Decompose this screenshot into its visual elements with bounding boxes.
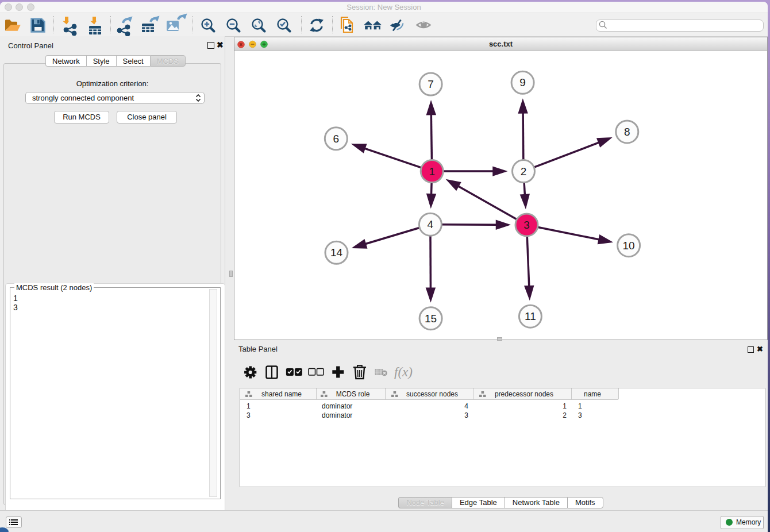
svg-text:MCDS role: MCDS role (336, 390, 370, 398)
svg-text:name: name (584, 390, 601, 398)
svg-text:successor nodes: successor nodes (406, 390, 458, 398)
svg-text:1: 1 (429, 165, 435, 178)
svg-text:10: 10 (623, 240, 635, 252)
svg-text:14: 14 (330, 246, 343, 259)
svg-text:11: 11 (525, 310, 536, 322)
svg-text:predecessor nodes: predecessor nodes (495, 390, 553, 398)
svg-text:6: 6 (333, 133, 340, 145)
svg-text:3: 3 (523, 219, 530, 231)
svg-text:2: 2 (521, 165, 527, 178)
svg-text:f(x): f(x) (394, 365, 413, 379)
svg-text:4: 4 (428, 218, 434, 230)
svg-text:8: 8 (624, 126, 630, 138)
svg-text:15: 15 (425, 313, 437, 325)
svg-text:shared name: shared name (261, 390, 302, 398)
svg-text:7: 7 (428, 78, 434, 90)
svg-text:9: 9 (519, 76, 526, 88)
